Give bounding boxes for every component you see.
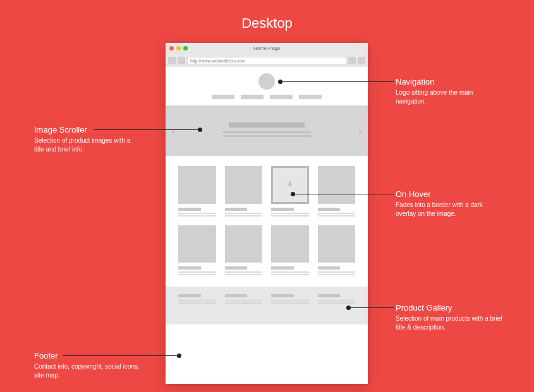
annotation-desc: Fades into a border with a dark overlay …	[396, 201, 503, 218]
back-button[interactable]	[168, 57, 176, 64]
product-card[interactable]	[178, 225, 216, 277]
product-title-placeholder	[178, 266, 201, 270]
footer-heading-placeholder	[225, 294, 248, 297]
annotation-desc: Contact info, copywright, social icons, …	[34, 362, 142, 379]
scroller-prev-icon[interactable]: ‹	[172, 126, 175, 136]
scroller-line	[222, 131, 311, 133]
annotation-desc: Selection of product images with a title…	[34, 136, 142, 153]
footer-heading-placeholder	[318, 294, 341, 297]
annotation-on-hover: On Hover Fades into a border with a dark…	[396, 189, 503, 218]
product-card[interactable]	[271, 225, 309, 277]
product-desc-line	[225, 274, 263, 275]
annotation-title: Product Gallery	[396, 303, 503, 312]
product-desc-line	[178, 215, 216, 217]
product-desc-line	[178, 213, 216, 214]
product-thumb	[318, 225, 356, 263]
product-desc-line	[225, 213, 263, 214]
product-title-placeholder	[178, 208, 201, 211]
product-desc-line	[225, 215, 263, 217]
product-thumb-hover: +	[271, 166, 309, 204]
browser-chrome: Home Page http://www.webaddress.com	[166, 43, 368, 67]
site-footer	[166, 287, 368, 324]
product-card-hover[interactable]: +	[271, 166, 309, 218]
product-card[interactable]	[318, 166, 356, 218]
plus-icon: +	[286, 178, 293, 191]
scroller-next-icon[interactable]: ›	[358, 126, 361, 136]
product-title-placeholder	[225, 266, 248, 270]
annotation-line	[351, 307, 394, 308]
image-scroller: ‹ ›	[166, 105, 368, 156]
product-desc-line	[271, 213, 309, 214]
product-desc-line	[318, 215, 356, 217]
product-title-placeholder	[271, 208, 294, 211]
footer-column	[225, 294, 263, 317]
annotation-desc: Selection of main products with a brief …	[396, 314, 503, 331]
product-desc-line	[271, 271, 309, 273]
product-thumb	[178, 225, 216, 263]
product-desc-line	[271, 215, 309, 217]
annotation-line	[295, 194, 394, 194]
product-desc-line	[318, 213, 356, 214]
footer-column	[271, 294, 309, 317]
product-card[interactable]	[225, 166, 263, 218]
scroller-line	[222, 135, 311, 137]
annotation-line	[63, 355, 177, 356]
annotation-dot	[177, 353, 181, 358]
product-card[interactable]	[225, 225, 263, 277]
site-header	[166, 67, 368, 105]
product-desc-line	[318, 271, 356, 273]
product-desc-line	[178, 271, 216, 273]
annotation-title: On Hover	[396, 189, 503, 199]
annotation-product-gallery: Product Gallery Selection of main produc…	[396, 303, 503, 331]
product-thumb	[271, 225, 309, 263]
nav-item[interactable]	[299, 95, 322, 99]
product-title-placeholder	[271, 266, 294, 270]
annotation-title: Navigation	[396, 77, 503, 86]
product-thumb	[225, 225, 263, 263]
product-title-placeholder	[318, 208, 341, 211]
address-bar[interactable]: http://www.webaddress.com	[187, 57, 346, 64]
footer-heading-placeholder	[271, 294, 294, 297]
annotation-desc: Logo sitting above the main navigation.	[396, 88, 503, 105]
annotation-line	[94, 129, 198, 130]
product-desc-line	[318, 274, 356, 275]
page-title: Desktop	[0, 0, 534, 32]
footer-line	[225, 300, 263, 301]
product-desc-line	[178, 274, 216, 275]
annotation-dot	[198, 128, 202, 132]
footer-line	[271, 302, 309, 304]
footer-line	[225, 302, 263, 304]
annotation-dot	[278, 80, 282, 84]
footer-line	[178, 302, 216, 304]
product-thumb	[178, 166, 216, 204]
product-thumb	[225, 166, 263, 204]
product-thumb	[318, 166, 356, 204]
product-card[interactable]	[318, 225, 356, 277]
nav-item[interactable]	[241, 95, 264, 99]
scroller-title-placeholder	[229, 122, 305, 128]
logo[interactable]	[258, 73, 275, 90]
footer-line	[318, 302, 356, 304]
product-gallery: +	[166, 156, 368, 276]
browser-window: Home Page http://www.webaddress.com ‹	[166, 43, 368, 384]
forward-button[interactable]	[178, 57, 185, 64]
annotation-navigation: Navigation Logo sitting above the main n…	[396, 77, 503, 105]
browser-menu-button[interactable]	[348, 57, 356, 64]
annotation-line	[282, 81, 394, 82]
browser-profile-button[interactable]	[358, 57, 365, 64]
product-title-placeholder	[318, 266, 341, 270]
annotation-dot	[346, 306, 351, 310]
product-desc-line	[271, 274, 309, 275]
tab-title: Home Page	[166, 45, 368, 51]
footer-heading-placeholder	[178, 294, 201, 297]
primary-nav	[166, 95, 368, 99]
product-card[interactable]	[178, 166, 216, 218]
nav-item[interactable]	[212, 95, 234, 99]
nav-item[interactable]	[270, 95, 293, 99]
footer-line	[318, 300, 356, 301]
footer-line	[178, 300, 216, 301]
annotation-dot	[291, 192, 295, 196]
footer-column	[178, 294, 216, 317]
product-desc-line	[225, 271, 263, 273]
product-title-placeholder	[225, 208, 248, 211]
